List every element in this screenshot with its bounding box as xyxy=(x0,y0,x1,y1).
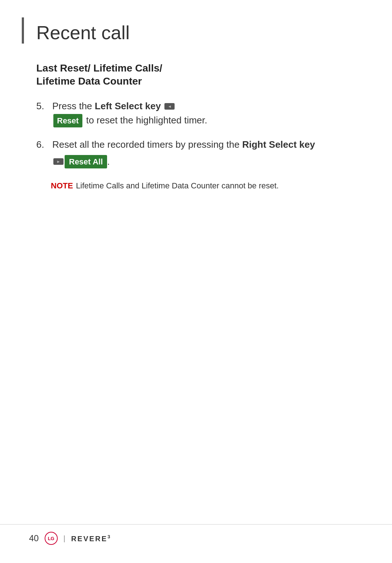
section-heading: Last Reset/ Lifetime Calls/ Lifetime Dat… xyxy=(36,62,363,88)
accent-bar xyxy=(22,17,24,44)
reset-all-badge: Reset All xyxy=(65,155,107,168)
step-6-bold: Right Select key xyxy=(242,139,315,150)
reset-all-group: Reset All . xyxy=(52,155,363,169)
footer-divider: | xyxy=(64,534,65,543)
page-number: 40 xyxy=(29,533,39,543)
content-area: Last Reset/ Lifetime Calls/ Lifetime Dat… xyxy=(36,62,363,192)
note-text: Lifetime Calls and Lifetime Data Counter… xyxy=(76,181,279,190)
left-select-key-icon xyxy=(164,103,175,110)
note-section: NOTELifetime Calls and Lifetime Data Cou… xyxy=(51,180,363,192)
footer-logo: LG | REVERE3 xyxy=(45,532,111,545)
step-5-content: Press the Left Select key Reset to reset… xyxy=(52,99,363,128)
reset-badge: Reset xyxy=(53,114,82,127)
step-6-content: Reset all the recorded timers by pressin… xyxy=(52,138,363,169)
page-title: Recent call xyxy=(36,22,363,44)
brand-name: REVERE3 xyxy=(71,534,111,543)
step-5-text-before: Press the xyxy=(52,101,95,111)
lg-logo-icon: LG xyxy=(45,532,58,545)
page-container: Recent call Last Reset/ Lifetime Calls/ … xyxy=(0,0,392,563)
step-number-6: 6. xyxy=(36,138,51,152)
step-6-text-before: Reset all the recorded timers by pressin… xyxy=(52,139,242,150)
step-6-text-after: . xyxy=(107,155,110,169)
list-item: 6. Reset all the recorded timers by pres… xyxy=(36,138,363,169)
step-5-text-after: to reset the highlighted timer. xyxy=(86,115,207,126)
list-item: 5. Press the Left Select key Reset to re… xyxy=(36,99,363,128)
step-5-bold: Left Select key xyxy=(95,101,161,111)
footer: 40 LG | REVERE3 xyxy=(0,524,392,545)
right-select-key-icon xyxy=(53,158,64,165)
note-label: NOTE xyxy=(51,181,73,190)
step-number-5: 5. xyxy=(36,99,51,113)
